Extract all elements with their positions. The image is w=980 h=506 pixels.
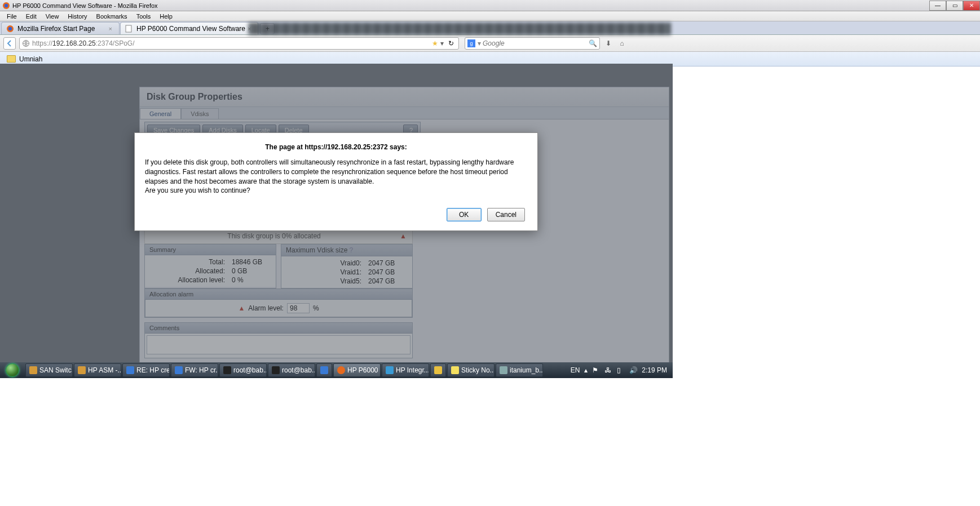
downloads-icon[interactable]: ⬇ <box>603 38 613 48</box>
taskbar-item[interactable]: HP Integr... <box>382 363 429 377</box>
start-orb-icon <box>6 363 19 377</box>
battery-icon[interactable]: ▯ <box>617 366 625 374</box>
start-button[interactable] <box>0 362 25 378</box>
menu-bar: File Edit View History Bookmarks Tools H… <box>0 11 980 21</box>
language-indicator[interactable]: EN <box>571 366 580 374</box>
show-hidden-icon[interactable]: ▴ <box>584 366 588 374</box>
taskbar-item[interactable] <box>316 363 332 377</box>
flag-icon[interactable]: ⚑ <box>592 366 600 374</box>
close-button[interactable]: ✕ <box>963 1 980 11</box>
firefox-icon <box>6 25 14 33</box>
menu-history[interactable]: History <box>63 12 91 21</box>
reload-icon[interactable]: ↻ <box>448 39 454 47</box>
menu-edit[interactable]: Edit <box>21 12 41 21</box>
page-icon <box>125 25 133 33</box>
search-icon[interactable]: 🔍 <box>589 39 597 47</box>
minimize-button[interactable]: — <box>929 1 946 11</box>
search-box[interactable]: g ▾ 🔍 <box>465 37 600 50</box>
windows-taskbar: SAN Switc... HP ASM -... RE: HP cre... F… <box>0 362 673 378</box>
taskbar-item[interactable]: Sticky No... <box>447 363 495 377</box>
taskbar-item[interactable]: itanium_b... <box>496 363 543 377</box>
firefox-icon <box>2 2 10 10</box>
bookmark-umniah[interactable]: Umniah <box>19 55 42 63</box>
taskbar-item-active[interactable]: HP P6000 ... <box>333 363 381 377</box>
home-icon[interactable]: ⌂ <box>617 38 627 48</box>
arrow-left-icon <box>6 40 13 47</box>
taskbar-item[interactable]: FW: HP cr... <box>171 363 218 377</box>
url-bar[interactable]: https://192.168.20.25:2374/SPoG/ ★ ▾ ↻ <box>19 37 459 50</box>
browser-tabstrip: Mozilla Firefox Start Page × HP P6000 Co… <box>0 21 980 35</box>
menu-bookmarks[interactable]: Bookmarks <box>92 12 132 21</box>
menu-file[interactable]: File <box>2 12 21 21</box>
menu-help[interactable]: Help <box>155 12 177 21</box>
tab-label: Mozilla Firefox Start Page <box>17 25 95 33</box>
folder-icon <box>7 55 16 63</box>
network-icon[interactable]: 🖧 <box>604 366 612 374</box>
dialog-title: The page at https://192.168.20.25:2372 s… <box>145 143 527 151</box>
google-icon: g <box>467 39 475 47</box>
window-title: HP P6000 Command View Software - Mozilla… <box>12 2 158 9</box>
back-button[interactable] <box>3 37 16 50</box>
volume-icon[interactable]: 🔊 <box>629 366 637 374</box>
taskbar-item[interactable]: HP ASM -... <box>74 363 121 377</box>
maximize-button[interactable]: ▭ <box>946 1 963 11</box>
svg-rect-4 <box>126 25 131 32</box>
aero-glass-blur <box>248 23 671 35</box>
ok-button[interactable]: OK <box>447 208 482 221</box>
system-tray: EN ▴ ⚑ 🖧 ▯ 🔊 2:19 PM <box>571 366 673 374</box>
svg-point-1 <box>5 3 8 7</box>
taskbar-item[interactable]: SAN Switc... <box>25 363 73 377</box>
tab-close-icon[interactable]: × <box>107 25 114 32</box>
tab-label: HP P6000 Command View Software <box>136 25 245 33</box>
url-text: https://192.168.20.25:2374/SPoG/ <box>32 39 432 47</box>
globe-icon <box>22 39 30 47</box>
confirm-dialog: The page at https://192.168.20.25:2372 s… <box>134 132 538 231</box>
search-input[interactable] <box>483 39 584 47</box>
menu-tools[interactable]: Tools <box>132 12 156 21</box>
dialog-message: If you delete this disk group, both cont… <box>145 158 527 196</box>
taskbar-item[interactable]: RE: HP cre... <box>122 363 170 377</box>
taskbar-item[interactable]: root@bab... <box>219 363 267 377</box>
clock[interactable]: 2:19 PM <box>642 366 667 374</box>
taskbar-item[interactable]: root@bab... <box>268 363 315 377</box>
taskbar-item[interactable] <box>430 363 446 377</box>
menu-view[interactable]: View <box>41 12 64 21</box>
navigation-bar: https://192.168.20.25:2374/SPoG/ ★ ▾ ↻ g… <box>0 35 980 52</box>
cancel-button[interactable]: Cancel <box>487 208 525 221</box>
tab-hp-p6000[interactable]: HP P6000 Command View Software × <box>120 22 258 34</box>
window-titlebar: HP P6000 Command View Software - Mozilla… <box>0 0 980 11</box>
bookmark-star-icon[interactable]: ★ <box>432 39 438 47</box>
svg-point-3 <box>8 26 12 30</box>
url-dropdown-icon[interactable]: ▾ <box>440 39 444 47</box>
tab-firefox-start[interactable]: Mozilla Firefox Start Page × <box>1 22 120 34</box>
